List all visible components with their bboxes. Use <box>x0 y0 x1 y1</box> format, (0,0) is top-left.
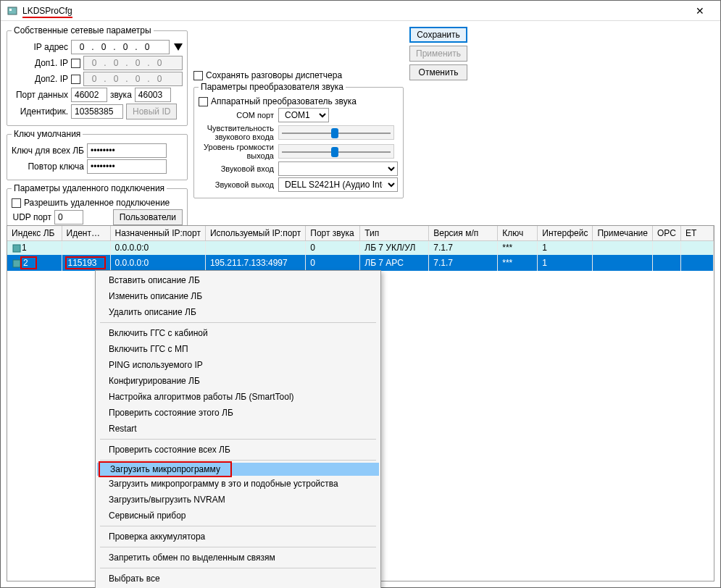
ident-label: Идентифик. <box>12 106 68 117</box>
menu-separator <box>100 460 376 461</box>
allow-remote-checkbox[interactable] <box>12 198 21 208</box>
sound-conv-group: Параметры преобразователя звука Аппаратн… <box>193 82 404 198</box>
table-row[interactable]: 2 115193 0.0.0.0:0 195.211.7.133:4997 0 … <box>7 255 714 271</box>
sound-port-label: звука <box>110 90 132 100</box>
table-header: Индекс ЛБ Идент… Назначенный IP:порт Исп… <box>7 226 714 241</box>
udp-port-label: UDP порт <box>12 212 51 222</box>
menu-item[interactable]: Настройка алгоритмов работы ЛБ (SmartToo… <box>97 389 379 405</box>
table-row[interactable]: 1 0.0.0.0:0 0 ЛБ 7 УКЛ/УЛ 7.1.7 *** 1 <box>7 241 714 255</box>
menu-item[interactable]: Выбрать все <box>97 571 379 587</box>
hw-sound-label: Аппаратный преобразователь звука <box>211 96 357 106</box>
ident-input[interactable] <box>71 104 123 119</box>
key-all-input[interactable] <box>87 143 167 158</box>
allow-remote-label: Разрешить удаленное подключение <box>24 198 170 208</box>
ip-input[interactable]: 0. 0. 0. 0 <box>71 40 170 54</box>
menu-item[interactable]: Конфигурирование ЛБ <box>97 373 379 389</box>
volume-label: Уровень громкости выхода <box>199 143 278 160</box>
menu-separator <box>100 439 376 440</box>
dop1-checkbox[interactable] <box>71 59 80 68</box>
menu-item[interactable]: Сервисный прибор <box>97 508 379 524</box>
sound-out-select[interactable]: DELL S2421H (Аудио Intel(R) <box>278 177 398 192</box>
net-params-group: Собственные сетевые параметры IP адрес 0… <box>7 25 188 126</box>
data-port-input[interactable] <box>71 88 107 102</box>
hw-sound-checkbox[interactable] <box>199 97 208 106</box>
app-icon <box>7 5 18 17</box>
device-icon <box>12 243 22 253</box>
ip-label: IP адрес <box>12 42 68 52</box>
menu-item[interactable]: Проверить состояние этого ЛБ <box>97 405 379 421</box>
menu-item[interactable]: Вставить описание ЛБ <box>97 272 379 288</box>
svg-rect-1 <box>9 9 12 11</box>
menu-item[interactable]: Restart <box>97 421 379 437</box>
menu-item[interactable]: Включить ГГС с кабиной <box>97 325 379 341</box>
com-port-label: COM порт <box>199 111 278 119</box>
menu-item[interactable]: Изменить описание ЛБ <box>97 288 379 304</box>
save-talk-checkbox[interactable] <box>193 71 203 80</box>
close-button[interactable]: ✕ <box>685 5 714 17</box>
new-id-button[interactable]: Новый ID <box>126 104 177 119</box>
menu-item[interactable]: Включить ГГС с МП <box>97 341 379 357</box>
remote-legend: Параметры удаленного подключения <box>12 183 167 193</box>
menu-item[interactable]: Загрузить/выгрузить NVRAM <box>97 492 379 508</box>
apply-button[interactable]: Применить <box>409 46 467 62</box>
menu-item[interactable]: Удалить описание ЛБ <box>97 304 379 320</box>
sound-conv-legend: Параметры преобразователя звука <box>199 82 346 92</box>
com-port-select[interactable]: COM1 <box>278 108 329 122</box>
menu-separator <box>100 526 376 526</box>
net-params-legend: Собственные сетевые параметры <box>12 25 154 35</box>
window-title: LKDSProCfg <box>22 6 685 16</box>
dop1-label: Доп1. IP <box>12 58 68 68</box>
cancel-button[interactable]: Отменить <box>409 64 467 80</box>
menu-item[interactable]: Загрузить микропрограмму <box>97 463 379 476</box>
sensitivity-slider[interactable] <box>278 125 394 140</box>
sensitivity-label: Чувствительность звукового входа <box>199 124 278 141</box>
menu-item[interactable]: Проверка аккумулятора <box>97 529 379 545</box>
svg-rect-2 <box>13 245 20 252</box>
app-window: LKDSProCfg ✕ Собственные сетевые парамет… <box>0 0 721 588</box>
key-all-label: Ключ для всех ЛБ <box>12 146 84 156</box>
top-panel: Собственные сетевые параметры IP адрес 0… <box>1 21 720 252</box>
menu-item[interactable]: Проверить состояние всех ЛБ <box>97 442 379 458</box>
context-menu: Вставить описание ЛБИзменить описание ЛБ… <box>95 270 381 588</box>
sound-out-label: Звуковой выход <box>199 180 278 189</box>
data-port-label: Порт данных <box>12 90 68 100</box>
menu-item[interactable]: Загрузить микропрограмму в это и подобны… <box>97 476 379 492</box>
key-defaults-legend: Ключ умолчания <box>12 129 83 139</box>
menu-separator <box>100 568 376 568</box>
sound-port-input[interactable] <box>135 88 171 102</box>
key-defaults-group: Ключ умолчания Ключ для всех ЛБ Повтор к… <box>7 129 188 180</box>
svg-rect-3 <box>13 260 20 267</box>
svg-rect-0 <box>8 7 17 14</box>
dop1-ip-input: 0. 0. 0. 0 <box>83 56 183 70</box>
udp-port-input[interactable] <box>54 210 83 224</box>
dop2-label: Доп2. IP <box>12 74 68 84</box>
title-bar: LKDSProCfg ✕ <box>1 1 720 21</box>
ip-dropdown-icon[interactable] <box>174 43 183 51</box>
dop2-ip-input: 0. 0. 0. 0 <box>83 72 183 86</box>
key-repeat-input[interactable] <box>87 159 167 174</box>
users-button[interactable]: Пользователи <box>113 209 183 225</box>
menu-separator <box>100 322 376 323</box>
menu-item[interactable]: Запретить обмен по выделенным связям <box>97 550 379 566</box>
dop2-checkbox[interactable] <box>71 75 80 84</box>
save-talk-label: Сохранять разговоры диспетчера <box>206 70 342 80</box>
sound-in-label: Звуковой вход <box>199 164 278 173</box>
volume-slider[interactable] <box>278 144 394 159</box>
key-repeat-label: Повтор ключа <box>12 161 84 172</box>
save-button[interactable]: Сохранить <box>409 27 467 43</box>
menu-separator <box>100 547 376 547</box>
menu-item[interactable]: PING используемого IP <box>97 357 379 373</box>
sound-in-select[interactable] <box>278 161 398 176</box>
